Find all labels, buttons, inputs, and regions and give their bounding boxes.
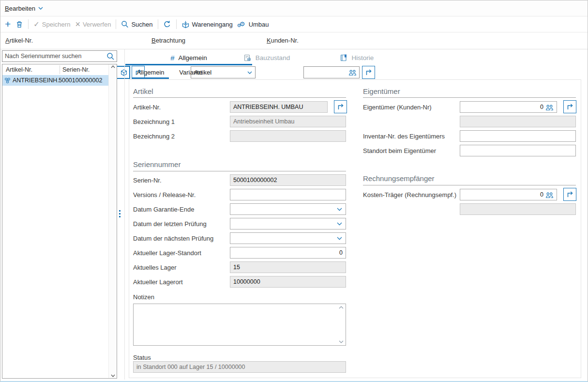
artikel-jump-button[interactable] (334, 100, 347, 113)
row-serial: 5000100000002 (59, 77, 102, 84)
customers-icon[interactable] (545, 104, 554, 111)
customer-no-label: Kunden-Nr. (267, 32, 299, 48)
tab-historie[interactable]: Historie (318, 51, 395, 64)
check-icon: ✓ (33, 20, 40, 29)
splitter-handle[interactable] (119, 210, 121, 217)
section-rule (363, 185, 576, 185)
bezeichnung2-field (230, 130, 346, 142)
menu-bar: Bearbeiten (0, 0, 588, 16)
toolbar-separator (176, 19, 177, 29)
subtab-variante[interactable]: Variante (175, 67, 207, 77)
naechste-pruefung-datepicker[interactable] (230, 232, 346, 244)
refresh-icon[interactable] (163, 20, 171, 29)
toolbar-separator (28, 19, 29, 29)
jump-arrow-icon (566, 103, 573, 110)
eigentuemer-label: Eigentümer (Kunden-Nr) (363, 101, 432, 113)
section-eigentuemer-title: Eigentümer (363, 87, 400, 95)
inventar-nr-label: Inventar-Nr. des Eigentümers (363, 130, 445, 142)
garantie-ende-label: Datum Garantie-Ende (133, 203, 194, 215)
row-article: ANTRIEBSEINH... (13, 77, 59, 84)
list-scrollbar[interactable] (108, 64, 117, 378)
goods-receipt-box-icon (181, 20, 190, 29)
kosten-traeger-label: Kosten-Träger (Rechnungsempf.) (363, 189, 456, 200)
standort-eigentuemer-label: Standort beim Eigentümer (363, 145, 436, 156)
aktuelles-lager-field: 15 (230, 261, 346, 273)
menu-bearbeiten[interactable]: Bearbeiten (5, 5, 43, 12)
bauzustand-icon (243, 54, 252, 62)
kosten-traeger-jump-button[interactable] (563, 188, 576, 201)
kosten-traeger-input[interactable]: 0 (460, 189, 557, 200)
jump-arrow-icon (566, 191, 573, 198)
search-icon[interactable] (106, 52, 115, 61)
serien-nr-field: 5000100000002 (230, 174, 346, 186)
toolbar-separator (158, 19, 158, 29)
cube-icon (120, 69, 128, 76)
active-subtab-underline (132, 77, 169, 79)
save-button[interactable]: ✓ Speichern (33, 20, 70, 29)
new-button[interactable]: + (5, 20, 11, 28)
chevron-down-icon (247, 71, 252, 74)
search-button[interactable]: Suchen (121, 20, 152, 28)
customers-icon[interactable] (545, 191, 554, 199)
eigentuemer-jump-button[interactable] (563, 100, 576, 113)
lager-standort-input[interactable]: 0 (230, 247, 346, 259)
serien-nr-label: Serien-Nr. (133, 174, 162, 186)
column-artikel-nr[interactable]: Artikel-Nr. (2, 66, 60, 73)
section-artikel-title: Artikel (133, 87, 153, 95)
status-field: in Standort 000 auf Lager 15 / 10000000 (133, 361, 346, 373)
conversion-button[interactable]: ⚙⚙ Umbau (238, 20, 269, 29)
goods-receipt-button[interactable]: Wareneingang (181, 20, 233, 29)
customer-no-input[interactable] (303, 66, 360, 78)
serial-search-input[interactable] (2, 51, 106, 61)
historie-book-icon (340, 54, 348, 62)
hash-icon: # (170, 54, 174, 62)
artikel-nr-label: Artikel-Nr. (133, 101, 161, 113)
header-bar: Artikel-Nr. ANTRIEBSEINH. UMBAU Betracht… (0, 32, 588, 49)
scroll-up-icon[interactable] (339, 306, 344, 309)
lagerort-field: 10000000 (230, 276, 346, 288)
chevron-down-icon[interactable] (337, 237, 342, 240)
section-rule (133, 171, 346, 171)
section-rechnung-title: Rechnungsempfänger (363, 174, 435, 183)
customer-jump-button[interactable] (362, 66, 375, 79)
bezeichnung1-field: Antriebseinheit Umbau (230, 116, 346, 127)
eigentuemer-name-field (460, 116, 576, 127)
artikel-nr-field[interactable]: ANTRIEBSEINH. UMBAU (230, 101, 328, 113)
notizen-textarea[interactable] (133, 304, 346, 346)
bezeichnung2-label: Bezeichnung 2 (133, 130, 175, 142)
app-window: Bearbeiten + ✓ Speichern × Verwerfen Suc… (0, 0, 588, 382)
jump-arrow-icon (337, 103, 344, 110)
serial-search-box (2, 50, 117, 62)
cross-icon: × (75, 21, 80, 28)
lager-standort-label: Aktueller Lager-Standort (133, 247, 201, 259)
chevron-down-icon[interactable] (337, 222, 342, 226)
view-label: Betrachtung (151, 32, 185, 48)
eigentuemer-input[interactable]: 0 (460, 101, 557, 113)
chevron-down-icon[interactable] (337, 208, 342, 211)
search-icon (121, 20, 129, 28)
naechste-pruefung-label: Datum der nächsten Prüfung (133, 232, 213, 244)
menu-bearbeiten-label: Bearbeiten (5, 5, 35, 12)
garantie-ende-datepicker[interactable] (230, 203, 346, 215)
bezeichnung1-label: Bezeichnung 1 (133, 116, 175, 127)
version-input[interactable] (230, 189, 346, 200)
lagerort-label: Aktueller Lagerort (133, 276, 183, 288)
tab-bauzustand[interactable]: Bauzustand (228, 51, 305, 64)
delete-icon[interactable] (15, 20, 23, 29)
subtab-allgemein[interactable]: Allgemein (132, 67, 169, 77)
letzte-pruefung-datepicker[interactable] (230, 218, 346, 229)
discard-button[interactable]: × Verwerfen (75, 21, 111, 28)
scroll-down-icon[interactable] (109, 374, 117, 377)
section-seriennummer-title: Seriennummer (133, 160, 181, 168)
scroll-up-icon[interactable] (109, 65, 117, 68)
jump-arrow-icon (365, 69, 372, 76)
serial-list: Artikel-Nr. Serien-Nr. ANTRIEBSEINH... 5… (2, 64, 117, 379)
serial-list-row[interactable]: ANTRIEBSEINH... 5000100000002 (2, 75, 117, 86)
standort-eigentuemer-input[interactable] (460, 145, 576, 156)
letzte-pruefung-label: Datum der letzten Prüfung (133, 218, 207, 229)
gears-icon: ⚙⚙ (238, 20, 246, 29)
kosten-traeger-name-field (460, 203, 576, 215)
panel-divider (124, 49, 125, 380)
inventar-nr-input[interactable] (460, 130, 576, 142)
scroll-down-icon[interactable] (339, 340, 344, 343)
